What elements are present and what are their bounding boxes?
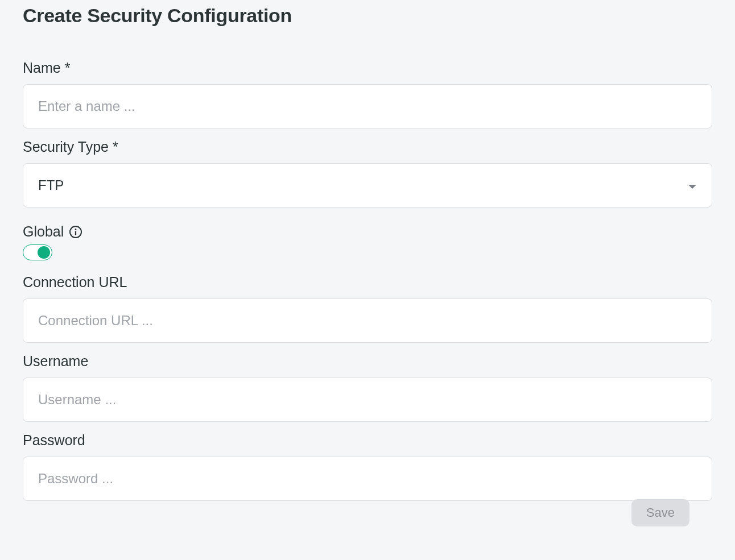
security-type-value: FTP — [38, 177, 64, 193]
security-type-field: Security Type * FTP — [23, 139, 712, 208]
global-label: Global — [23, 223, 64, 240]
security-type-label: Security Type * — [23, 139, 712, 155]
password-field: Password — [23, 432, 712, 501]
name-field: Name * — [23, 60, 712, 128]
toggle-knob — [38, 246, 50, 259]
username-field: Username — [23, 353, 712, 422]
security-type-select[interactable]: FTP — [23, 163, 712, 208]
svg-point-1 — [75, 229, 77, 230]
name-label: Name * — [23, 60, 712, 76]
info-icon[interactable] — [68, 225, 83, 239]
connection-url-field: Connection URL — [23, 274, 712, 343]
username-input[interactable] — [23, 378, 712, 422]
password-label: Password — [23, 432, 712, 449]
chevron-down-icon — [688, 177, 697, 193]
page-title: Create Security Configuration — [23, 5, 712, 27]
svg-rect-2 — [75, 231, 76, 235]
name-input[interactable] — [23, 84, 712, 128]
connection-url-label: Connection URL — [23, 274, 712, 291]
global-toggle[interactable] — [23, 244, 52, 260]
password-input[interactable] — [23, 457, 712, 501]
connection-url-input[interactable] — [23, 298, 712, 343]
save-button[interactable]: Save — [631, 499, 689, 526]
global-field: Global — [23, 223, 712, 260]
username-label: Username — [23, 353, 712, 370]
